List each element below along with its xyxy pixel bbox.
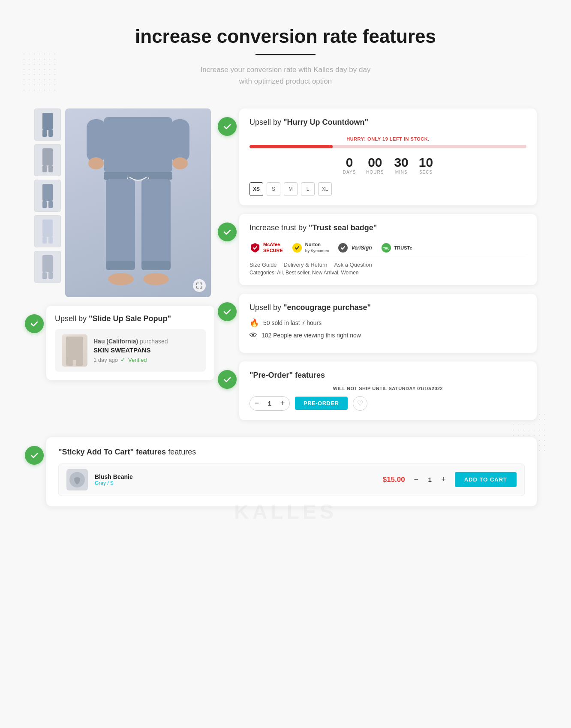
hurry-text: HURRY! ONLY 19 LEFT IN STOCK. [249,136,526,141]
popup-card-title: Upsell by "Slide Up Sale Popup" [55,314,206,323]
encourage-title: Upsell by "encougrage purchase" [249,303,526,312]
tab-size-guide[interactable]: Size Guide [249,262,277,268]
sticky-product-image [66,469,88,490]
page-wrapper: increase conversion rate features Increa… [0,0,571,541]
popup-purchaser: Hau (California) purchased [93,338,199,345]
encourage-item-2: 👁 102 People are viewing this right now [249,331,526,340]
sticky-variant: Grey / S [95,480,376,486]
svg-rect-4 [42,165,47,172]
preorder-notice: WILL NOT SHIP UNTIL SATURDAY 01/10/2022 [249,386,526,391]
encourage-section-row: Upsell by "encougrage purchase" 🔥 50 sol… [227,294,537,353]
svg-rect-13 [42,272,47,279]
trust-card: Increase trust by "Trust seal badge" McA… [239,214,537,285]
sticky-price: $15.00 [383,475,405,484]
verisign-badge: VeriSign [337,242,372,253]
add-to-cart-button[interactable]: ADD TO CART [455,472,517,487]
trust-badges: McAfeeSECURE Nortonby Symantec [249,238,526,256]
svg-rect-7 [42,201,47,208]
countdown-secs: 10 SECS [419,155,433,174]
svg-rect-1 [42,130,47,137]
main-content: Upsell by "Slide Up Sale Popup" [34,108,537,420]
trust-check-badge [218,223,237,241]
size-xs[interactable]: XS [249,182,263,196]
svg-rect-9 [42,220,53,237]
thumbnail-3[interactable] [34,180,61,212]
svg-rect-0 [42,113,53,130]
trust-section-row: Increase trust by "Trust seal badge" McA… [227,214,537,285]
svg-point-28 [143,273,169,285]
countdown-days: 0 DAYS [343,155,356,174]
countdown-card: Upsell by "Hurry Up Countdown" HURRY! ON… [239,108,537,205]
wishlist-button[interactable]: ♡ [353,396,367,411]
svg-rect-16 [87,119,106,162]
size-m[interactable]: M [284,182,298,196]
truste-badge: TRU TRUSTe [381,242,412,253]
encourage-list: 🔥 50 sold in last 7 hours 👁 102 People a… [249,318,526,340]
svg-rect-2 [48,130,53,137]
tabs-row: Size Guide Delivery & Return Ask a Quest… [249,257,526,268]
preorder-controls: − 1 + PRE-ORDER ♡ [249,396,526,411]
size-xl[interactable]: XL [318,182,332,196]
svg-rect-8 [48,201,53,208]
svg-rect-5 [48,165,53,172]
product-thumbnails [34,108,61,283]
popup-inner: Hau (California) purchased SKIN SWEATPAN… [55,329,206,372]
svg-rect-24 [141,179,171,269]
svg-rect-6 [42,184,53,201]
title-underline [255,54,316,55]
page-title: increase conversion rate features [34,26,537,47]
mcafee-badge: McAfeeSECURE [249,242,283,253]
countdown-check-badge [218,117,237,136]
popup-product-info: Hau (California) purchased SKIN SWEATPAN… [93,338,199,363]
svg-rect-17 [170,119,189,162]
svg-rect-29 [66,337,83,360]
preorder-section-row: "Pre-Order" features WILL NOT SHIP UNTIL… [227,361,537,420]
countdown-title: Upsell by "Hurry Up Countdown" [249,118,526,127]
svg-point-32 [292,243,302,253]
stock-bar [249,145,526,148]
thumbnail-1[interactable] [34,108,61,141]
countdown-section-row: Upsell by "Hurry Up Countdown" HURRY! ON… [227,108,537,205]
preorder-card: "Pre-Order" features WILL NOT SHIP UNTIL… [239,361,537,420]
svg-rect-31 [76,359,83,366]
norton-badge: Nortonby Symantec [292,242,329,253]
thumbnail-5[interactable] [34,251,61,283]
svg-point-33 [338,243,348,253]
sticky-product-info: Blush Beanie Grey / S [95,473,376,486]
svg-rect-25 [106,261,135,270]
svg-rect-30 [66,359,73,366]
right-column: Upsell by "Hurry Up Countdown" HURRY! ON… [227,108,537,420]
popup-card: Upsell by "Slide Up Sale Popup" [46,306,214,380]
tab-ask-question[interactable]: Ask a Question [334,262,372,268]
size-l[interactable]: L [301,182,315,196]
size-s[interactable]: S [267,182,280,196]
thumbnail-2[interactable] [34,144,61,176]
svg-text:TRU: TRU [383,247,389,250]
sticky-qty-plus[interactable]: + [438,474,450,486]
preorder-qty-plus[interactable]: + [276,397,289,410]
svg-rect-23 [106,179,135,269]
sticky-qty-minus[interactable]: − [410,474,422,486]
countdown-mins: 30 MINS [394,155,408,174]
page-subtitle: Increase your conversion rate with Kalle… [34,64,537,87]
product-main-image [65,108,211,297]
encourage-item-1: 🔥 50 sold in last 7 hours [249,318,526,328]
preorder-qty-minus[interactable]: − [250,397,264,410]
svg-rect-12 [42,255,53,272]
svg-rect-15 [104,117,172,173]
svg-point-18 [88,157,104,169]
expand-icon[interactable] [193,279,206,292]
svg-rect-26 [141,261,171,270]
svg-rect-14 [48,272,53,279]
sticky-section-row: "Sticky Add To Cart" features features B… [34,437,537,506]
popup-section: Upsell by "Slide Up Sale Popup" [34,306,214,380]
thumbnail-4[interactable] [34,215,61,247]
sticky-right: $15.00 − 1 + ADD TO CART [383,472,517,487]
svg-rect-11 [48,237,53,244]
preorder-button[interactable]: PRE-ORDER [295,397,348,410]
sticky-bar: Blush Beanie Grey / S $15.00 − 1 + ADD T… [58,463,525,496]
stock-bar-fill [249,145,333,148]
tab-delivery[interactable]: Delivery & Return [284,262,328,268]
encourage-check-badge [218,302,237,321]
popup-time: 1 day ago ✓ Verified [93,356,199,363]
